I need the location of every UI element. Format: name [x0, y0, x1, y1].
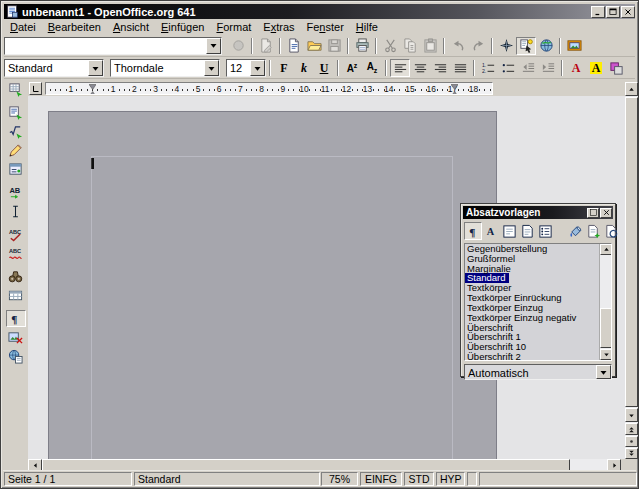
autospellcheck-button[interactable]: ABC	[6, 245, 26, 262]
toolbar-separator	[251, 38, 253, 54]
numbering-button[interactable]: 1.2.	[478, 59, 498, 77]
menu-ansicht[interactable]: Ansicht	[107, 20, 155, 34]
scrollbar-thumb[interactable]	[600, 308, 612, 348]
highlighting-button[interactable]: A	[586, 59, 606, 77]
navigation-button[interactable]	[625, 436, 638, 447]
print-button[interactable]	[352, 37, 372, 55]
frame-styles-button[interactable]	[500, 222, 518, 240]
navigator-button[interactable]	[496, 37, 516, 55]
stylist-title-bar[interactable]: Absatzvorlagen	[463, 206, 613, 219]
new-document-button[interactable]	[284, 37, 304, 55]
menu-format[interactable]: Format	[210, 20, 257, 34]
draw-functions-button[interactable]	[6, 142, 26, 159]
previous-page-button[interactable]	[625, 423, 638, 435]
scroll-up-button[interactable]	[625, 82, 638, 96]
gallery-button[interactable]	[564, 37, 584, 55]
menu-einfgen[interactable]: Einfügen	[155, 20, 210, 34]
insert-button[interactable]	[6, 81, 26, 98]
chevron-down-icon[interactable]	[88, 60, 103, 76]
data-sources-button[interactable]	[6, 287, 26, 304]
status-zoom-field[interactable]: 75%	[321, 472, 358, 486]
subscript-button[interactable]: Az	[362, 59, 382, 77]
menu-fenster[interactable]: Fenster	[301, 20, 350, 34]
stylist-button[interactable]	[516, 37, 536, 55]
scroll-down-icon[interactable]	[600, 349, 612, 360]
form-functions-button[interactable]	[6, 161, 26, 178]
tab-stop-selector[interactable]	[29, 82, 42, 95]
menu-bearbeiten[interactable]: Bearbeiten	[42, 20, 107, 34]
new-style-button[interactable]	[584, 222, 602, 240]
spellcheck-button[interactable]: ABC	[6, 226, 26, 243]
horizontal-ruler[interactable]: 1123456789101112131415161718	[45, 82, 493, 95]
paragraph-style-combobox[interactable]: Standard	[4, 59, 104, 77]
superscript-button[interactable]: Az	[342, 59, 362, 77]
nonprinting-characters-button[interactable]: ¶	[6, 310, 26, 327]
vertical-scrollbar-thumb[interactable]	[625, 97, 638, 407]
font-name-combobox[interactable]: Thorndale	[110, 59, 220, 77]
background-color-button[interactable]	[606, 59, 626, 77]
ruler-tick	[373, 89, 374, 91]
style-list-scrollbar[interactable]	[599, 244, 611, 360]
direct-cursor-button[interactable]	[6, 203, 26, 220]
scroll-up-icon[interactable]	[600, 244, 612, 255]
menu-hilfe[interactable]: Hilfe	[350, 20, 384, 34]
menu-datei[interactable]: Datei	[4, 20, 42, 34]
decrease-indent-icon	[521, 61, 536, 76]
autotext-button[interactable]: AB	[6, 184, 26, 201]
online-layout-button[interactable]	[6, 348, 26, 365]
insert-objects-button[interactable]	[6, 123, 26, 140]
align-right-button[interactable]	[430, 59, 450, 77]
status-hyperlink-mode-field[interactable]: HYP	[436, 472, 465, 486]
update-style-button[interactable]	[602, 222, 620, 240]
chevron-down-icon[interactable]	[204, 60, 219, 76]
undo-arrow-icon	[451, 38, 466, 53]
bold-button[interactable]: F	[274, 59, 294, 77]
underline-button[interactable]: U	[314, 59, 334, 77]
find-replace-button[interactable]	[6, 268, 26, 285]
minimize-button[interactable]	[591, 6, 605, 18]
status-selection-mode-field[interactable]: STD	[404, 472, 434, 486]
page-styles-button[interactable]	[518, 222, 536, 240]
chevron-down-icon[interactable]	[206, 38, 221, 54]
title-bar[interactable]: unbenannt1 - OpenOffice.org 641	[4, 4, 635, 19]
chevron-down-icon[interactable]	[250, 60, 265, 76]
chevron-down-icon[interactable]	[596, 365, 611, 379]
open-button[interactable]	[304, 37, 324, 55]
style-filter-combobox[interactable]: Automatisch	[464, 364, 612, 380]
character-styles-button[interactable]: A	[482, 222, 500, 240]
vertical-scrollbar[interactable]	[625, 82, 638, 459]
style-list-item[interactable]: Überschrift 2	[465, 352, 611, 361]
close-button[interactable]	[621, 6, 635, 18]
graphics-onoff-button[interactable]	[6, 329, 26, 346]
scroll-down-button[interactable]	[625, 408, 638, 422]
status-insert-mode-field[interactable]: EINFG	[360, 472, 402, 486]
italic-button[interactable]: k	[294, 59, 314, 77]
margin-marker[interactable]	[89, 83, 96, 95]
font-size-combobox[interactable]: 12	[226, 59, 266, 77]
status-page-field[interactable]: Seite 1 / 1	[4, 472, 132, 486]
paragraph-styles-button[interactable]: ¶	[464, 222, 482, 240]
insert-fields-icon	[8, 105, 23, 120]
stylist-close-button[interactable]	[600, 208, 612, 218]
status-style-field[interactable]: Standard	[134, 472, 320, 486]
align-left-button[interactable]	[390, 59, 410, 77]
hyperlink-button[interactable]	[536, 37, 556, 55]
fill-format-button[interactable]	[566, 222, 584, 240]
stylist-dock-button[interactable]	[587, 208, 599, 218]
page[interactable]	[48, 111, 497, 459]
ruler-tick	[225, 89, 226, 91]
align-center-button[interactable]	[410, 59, 430, 77]
style-list[interactable]: GegenüberstellungGrußformelMarginalieSta…	[464, 243, 612, 361]
next-page-button[interactable]	[625, 448, 638, 459]
maximize-button[interactable]	[606, 6, 620, 18]
bullets-button[interactable]	[498, 59, 518, 77]
url-combobox[interactable]	[4, 37, 222, 55]
font-color-icon: A	[572, 62, 581, 74]
insert-fields-button[interactable]	[6, 104, 26, 121]
maximize-icon	[608, 7, 618, 17]
margin-marker[interactable]	[451, 83, 458, 95]
menu-extras[interactable]: Extras	[257, 20, 300, 34]
numbering-styles-button[interactable]	[536, 222, 554, 240]
font-color-button[interactable]: A	[566, 59, 586, 77]
align-justify-button[interactable]	[450, 59, 470, 77]
